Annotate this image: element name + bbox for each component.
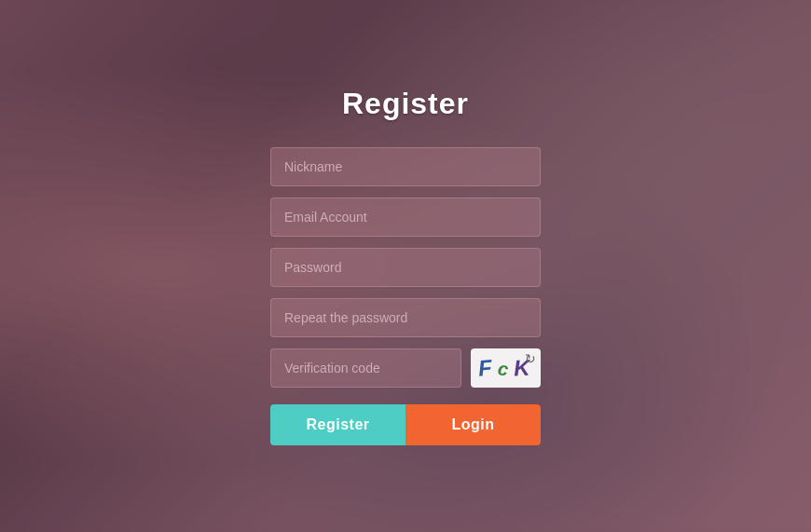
- captcha-char-2: c: [496, 358, 513, 381]
- page-title: Register: [342, 87, 469, 121]
- verification-code-input[interactable]: [270, 348, 461, 388]
- captcha-refresh-icon[interactable]: ↻: [525, 352, 536, 365]
- captcha-image[interactable]: F c K ↻: [471, 348, 541, 388]
- nickname-input[interactable]: [270, 147, 541, 186]
- repeat-password-input[interactable]: [270, 298, 541, 337]
- captcha-char-1: F: [477, 354, 497, 382]
- register-button[interactable]: Register: [270, 404, 406, 445]
- email-input[interactable]: [270, 198, 541, 237]
- password-input[interactable]: [270, 248, 541, 287]
- login-button[interactable]: Login: [406, 404, 541, 445]
- action-buttons: Register Login: [270, 404, 541, 445]
- register-form-container: Register F c K ↻ Register Login: [270, 87, 541, 445]
- verification-row: F c K ↻: [270, 348, 541, 388]
